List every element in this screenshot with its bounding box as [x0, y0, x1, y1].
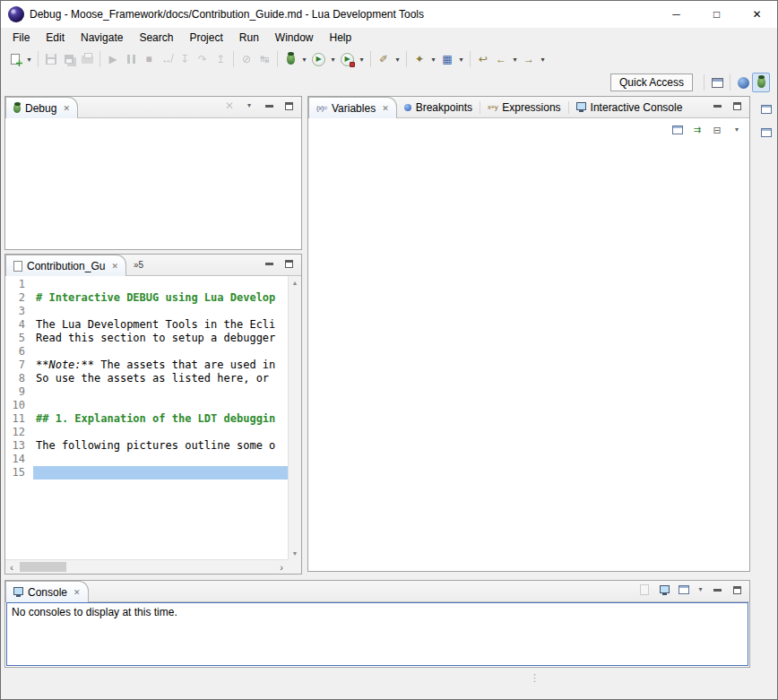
menu-search[interactable]: Search [131, 29, 181, 47]
forward-dropdown[interactable]: ▾ [538, 49, 548, 69]
tab-console[interactable]: Console ✕ [5, 581, 89, 602]
profile-button[interactable]: ▶ [338, 49, 357, 69]
show-logical-structure-button[interactable]: ⇉ [689, 122, 705, 138]
debug-maximize-button[interactable] [281, 98, 297, 114]
restore-view-button-2[interactable] [758, 125, 774, 141]
run-dropdown[interactable]: ▾ [328, 49, 338, 69]
minimize-button[interactable]: ─ [656, 1, 696, 28]
editor-line[interactable]: 10 [5, 399, 288, 412]
tab-interactive-console[interactable]: Interactive Console [569, 97, 690, 117]
scroll-left-icon[interactable]: ‹ [5, 560, 18, 574]
suspend-button[interactable] [122, 49, 140, 69]
tab-expressions[interactable]: x+y Expressions [480, 97, 568, 117]
profile-dropdown[interactable]: ▾ [357, 49, 367, 69]
maximize-button[interactable]: □ [696, 1, 737, 28]
editor-line[interactable]: 3 [5, 305, 288, 318]
editor-tab-close-icon[interactable]: ✕ [109, 262, 118, 271]
new-wizard-button[interactable]: ✦ [411, 49, 428, 69]
tab-contribution-guide[interactable]: Contribution_Gu ✕ [5, 255, 126, 276]
line-text[interactable]: **Note:** The assets that are used in [33, 359, 288, 372]
editor-line[interactable]: 11## 1. Explanation of the LDT debuggin [5, 412, 288, 426]
disconnect-button[interactable]: ↮ [158, 49, 176, 69]
variables-minimize-button[interactable] [709, 98, 725, 114]
new-dropdown[interactable]: ▾ [24, 49, 34, 69]
open-element-button[interactable]: ▦ [438, 49, 456, 69]
scroll-up-icon[interactable]: ▲ [289, 276, 301, 289]
line-text[interactable]: Read this section to setup a debugger [33, 332, 288, 345]
perspective-debug-button[interactable] [752, 73, 770, 92]
tab-debug[interactable]: Debug ✕ [5, 97, 78, 118]
line-text[interactable]: So use the assets as listed here, or [33, 372, 288, 385]
editor-line[interactable]: 9 [5, 385, 288, 399]
remove-all-terminated-button[interactable]: ✕ [221, 98, 238, 114]
editor-tab-overflow[interactable]: »5 [126, 255, 151, 275]
open-console-button[interactable] [676, 582, 692, 598]
line-text[interactable]: The Lua Development Tools in the Ecli [33, 318, 288, 332]
pin-console-button[interactable] [636, 582, 653, 598]
display-selected-console-button[interactable] [656, 582, 672, 598]
editor-line-current[interactable]: 15 [5, 466, 288, 480]
editor-line[interactable]: 2# Interactive DEBUG using Lua Develop [5, 291, 288, 305]
line-text[interactable] [33, 305, 288, 318]
console-body[interactable]: No consoles to display at this time. [6, 602, 748, 666]
terminate-button[interactable]: ■ [140, 49, 158, 69]
editor-line[interactable]: 14 [5, 453, 288, 466]
save-all-button[interactable] [60, 49, 78, 69]
debug-minimize-button[interactable] [261, 98, 277, 114]
line-text[interactable]: ## 1. Explanation of the LDT debuggin [33, 412, 288, 426]
editor-line[interactable]: 12 [5, 426, 288, 439]
line-text[interactable] [33, 453, 288, 466]
run-button[interactable]: ▶ [309, 49, 328, 69]
menu-project[interactable]: Project [181, 29, 230, 47]
save-button[interactable] [42, 49, 60, 69]
menu-help[interactable]: Help [322, 29, 360, 47]
last-edit-location-button[interactable]: ↩ [474, 49, 492, 69]
editor-line[interactable]: 8So use the assets as listed here, or [5, 372, 288, 385]
menu-run[interactable]: Run [231, 29, 267, 47]
perspective-ldt-button[interactable] [734, 73, 752, 92]
collapse-all-button[interactable]: ⊟ [709, 122, 725, 138]
console-minimize-button[interactable] [709, 582, 725, 598]
line-text[interactable]: # Interactive DEBUG using Lua Develop [33, 291, 288, 305]
tab-breakpoints[interactable]: Breakpoints [397, 97, 480, 117]
editor-line[interactable]: 7**Note:** The assets that are used in [5, 359, 288, 372]
step-return-button[interactable]: ↥ [212, 49, 229, 69]
use-step-filters-button[interactable]: ↹ [255, 49, 273, 69]
open-element-dropdown[interactable]: ▾ [456, 49, 466, 69]
external-tools-button[interactable]: ✐ [375, 49, 393, 69]
show-columns-button[interactable] [670, 122, 686, 138]
editor-vertical-scrollbar[interactable]: ▲ ▼ [288, 276, 301, 559]
quick-access-box[interactable]: Quick Access [610, 73, 693, 91]
scroll-right-icon[interactable]: › [275, 560, 288, 574]
editor-line[interactable]: 6 [5, 345, 288, 359]
console-tab-close-icon[interactable]: ✕ [72, 588, 81, 597]
line-text[interactable] [33, 385, 288, 399]
line-text[interactable] [33, 426, 288, 439]
tab-variables[interactable]: (x)= Variables ✕ [308, 97, 397, 118]
scroll-down-icon[interactable]: ▼ [289, 547, 301, 559]
new-wizard-dropdown[interactable]: ▾ [428, 49, 438, 69]
open-perspective-button[interactable] [708, 73, 726, 92]
editor-line[interactable]: 13The following pictures outline some o [5, 439, 288, 453]
debug-view-menu-button[interactable]: ▾ [241, 98, 257, 114]
editor-minimize-button[interactable] [261, 255, 277, 272]
variables-tab-close-icon[interactable]: ✕ [380, 104, 389, 113]
menu-file[interactable]: File [4, 29, 38, 47]
sash-handle[interactable]: ⋮ [530, 673, 540, 682]
editor-text-area[interactable]: 1 2# Interactive DEBUG using Lua Develop… [5, 276, 288, 559]
debug-dropdown[interactable]: ▾ [299, 49, 309, 69]
print-button[interactable] [78, 49, 96, 69]
editor-maximize-button[interactable] [281, 255, 297, 272]
line-text[interactable] [33, 278, 288, 291]
back-dropdown[interactable]: ▾ [510, 49, 520, 69]
line-text[interactable] [33, 345, 288, 359]
new-button[interactable] [6, 49, 24, 69]
close-button[interactable]: ✕ [737, 1, 777, 28]
debug-tab-close-icon[interactable]: ✕ [61, 104, 70, 113]
menu-window[interactable]: Window [267, 29, 322, 47]
resume-button[interactable]: ▶ [104, 49, 122, 69]
editor-line[interactable]: 5Read this section to setup a debugger [5, 332, 288, 345]
step-into-button[interactable]: ↧ [176, 49, 194, 69]
editor-line[interactable]: 4The Lua Development Tools in the Ecli [5, 318, 288, 332]
menu-edit[interactable]: Edit [38, 29, 73, 47]
